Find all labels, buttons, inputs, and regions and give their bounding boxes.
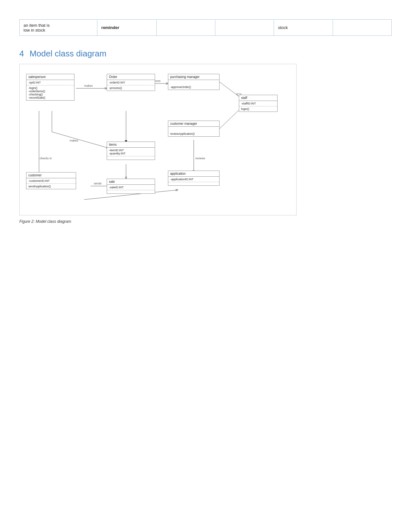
class-purchasing-manager: purchasing manager -approveOrder() — [168, 74, 220, 90]
section-heading: 4 Model class diagram — [19, 49, 392, 59]
table-cell-empty2 — [215, 20, 274, 36]
table-cell-actor: an item that islow in stock — [20, 20, 97, 36]
use-case-table: an item that islow in stock reminder sto… — [19, 19, 392, 36]
class-staff: staff -staffID:INT login() — [239, 95, 278, 112]
table-cell-usecase: reminder — [97, 20, 157, 36]
svg-line-4 — [220, 82, 239, 96]
svg-text:makes: makes — [84, 84, 93, 87]
svg-text:checks in: checks in — [40, 157, 52, 160]
class-application: application -applicationID:INT — [168, 171, 220, 186]
svg-text:makes: makes — [70, 139, 78, 142]
svg-text:reviews: reviews — [195, 157, 205, 160]
table-cell-empty1 — [157, 20, 215, 36]
class-customer-manager: customer manager reviewApplication() — [168, 121, 220, 137]
class-diagram: makes approves makes checks in sends rev… — [19, 64, 297, 215]
class-sale: sale -saleID:INT — [107, 179, 155, 194]
svg-line-9 — [52, 132, 108, 148]
class-order: Order -orderID:INT -process() — [107, 74, 155, 91]
figure-caption: Figure 2: Model class diagram — [19, 219, 392, 224]
svg-text:sends: sends — [94, 182, 102, 185]
table-cell-empty3 — [333, 20, 391, 36]
table-cell-stock: stock — [274, 20, 333, 36]
class-salesperson: salesperson -spID:INT -login() -orderIte… — [26, 74, 74, 101]
class-customer: customer -customerID:INT sendApplication… — [26, 172, 76, 189]
class-items: items -itemID:INT -quantity:INT — [107, 142, 155, 160]
